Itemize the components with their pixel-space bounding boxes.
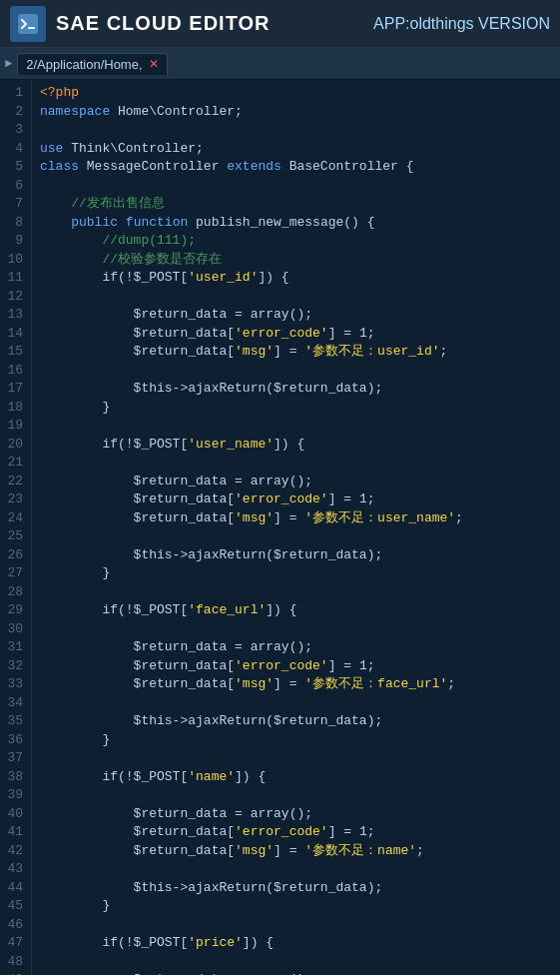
code-token: $return_data[ [40,344,235,359]
svg-rect-0 [18,14,38,34]
code-line [40,916,552,935]
tab-close-button[interactable]: ✕ [149,58,159,70]
line-number: 44 [6,879,23,898]
code-token: namespace [40,104,110,119]
code-token: 'msg' [235,843,274,858]
line-number: 5 [6,158,23,177]
line-number: 15 [6,343,23,362]
code-token: ]) { [258,270,288,285]
line-number: 13 [6,306,23,325]
code-line: //发布出售信息 [40,195,552,214]
code-line [40,749,552,768]
code-line [40,417,552,436]
line-number: 27 [6,564,23,583]
line-number: 37 [6,749,23,768]
code-line: $return_data['error_code'] = 1; [40,823,552,842]
code-line: } [40,731,552,750]
line-number: 38 [6,768,23,787]
code-token: 'error_code' [235,824,328,839]
line-number: 35 [6,712,23,731]
line-number: 24 [6,509,23,528]
line-numbers: 1234567891011121314151617181920212223242… [0,80,32,975]
code-token: //校验参数是否存在 [40,252,222,267]
code-line: $return_data['msg'] = '参数不足：name'; [40,842,552,861]
code-line: $return_data = array(); [40,971,552,975]
line-number: 30 [6,620,23,639]
line-number: 10 [6,251,23,270]
code-token: 'error_code' [235,326,328,341]
code-line: use Think\Controller; [40,140,552,159]
code-line: $this->ajaxReturn($return_data); [40,546,552,565]
code-token: ] = [274,843,304,858]
code-token: class [40,159,79,174]
line-number: 8 [6,214,23,233]
code-token: $return_data = array(); [40,307,312,322]
code-line: if(!$_POST['name']) { [40,768,552,787]
code-token: $this->ajaxReturn($return_data); [40,547,382,562]
line-number: 20 [6,436,23,455]
code-line: $this->ajaxReturn($return_data); [40,879,552,898]
code-line: //dump(111); [40,232,552,251]
line-number: 42 [6,842,23,861]
code-token: } [40,732,110,747]
code-token: use [40,141,63,156]
code-line [40,362,552,381]
code-token: $return_data = array(); [40,474,312,488]
code-token: publish_new_message() { [188,215,374,230]
code-token: ] = [274,676,304,691]
code-line: <?php [40,84,552,103]
code-token: $return_data[ [40,326,235,341]
code-token: ; [447,676,455,691]
code-token: ]) { [266,602,296,617]
code-token: $return_data[ [40,658,235,673]
code-line: if(!$_POST['face_url']) { [40,601,552,620]
code-token: function [126,215,188,230]
line-number: 41 [6,823,23,842]
code-line: $return_data = array(); [40,306,552,325]
code-line: } [40,897,552,916]
code-token: ] = [274,510,304,525]
active-tab[interactable]: 2/Application/Home, ✕ [17,53,167,75]
code-line [40,860,552,879]
code-line [40,620,552,639]
line-number: 23 [6,490,23,509]
code-area[interactable]: <?phpnamespace Home\Controller;use Think… [32,80,560,975]
line-number: 28 [6,583,23,602]
code-line: public function publish_new_message() { [40,214,552,233]
code-line [40,288,552,307]
code-line [40,121,552,140]
line-number: 21 [6,454,23,473]
line-number: 7 [6,195,23,214]
line-number: 39 [6,786,23,805]
line-number: 26 [6,546,23,565]
code-token: $return_data[ [40,824,235,839]
line-number: 12 [6,288,23,307]
line-number: 11 [6,269,23,288]
code-line: $return_data['msg'] = '参数不足：user_name'; [40,509,552,528]
code-token: 'face_url' [188,602,266,617]
line-number: 32 [6,657,23,676]
code-token: 'price' [188,935,243,950]
code-token: '参数不足：face_url' [304,676,447,691]
code-line [40,583,552,602]
code-token: $return_data[ [40,491,235,506]
code-line: class MessageController extends BaseCont… [40,158,552,177]
code-token: $return_data[ [40,676,235,691]
code-token: 'name' [188,769,235,784]
code-token: ]) { [243,935,274,950]
code-line: $return_data = array(); [40,805,552,824]
code-token: 'msg' [235,676,274,691]
code-line: if(!$_POST['user_name']) { [40,436,552,455]
code-line: namespace Home\Controller; [40,103,552,122]
code-token: if(!$_POST[ [40,437,188,452]
code-token: Think\Controller; [63,141,203,156]
code-line [40,177,552,196]
code-token: $return_data = array(); [40,806,312,821]
code-token: ]) { [235,769,266,784]
code-token: 'user_id' [188,270,258,285]
code-token: '参数不足：user_name' [304,510,455,525]
code-token: $this->ajaxReturn($return_data); [40,381,382,396]
code-line: $this->ajaxReturn($return_data); [40,712,552,731]
code-line: $return_data['error_code'] = 1; [40,325,552,344]
line-number: 40 [6,805,23,824]
